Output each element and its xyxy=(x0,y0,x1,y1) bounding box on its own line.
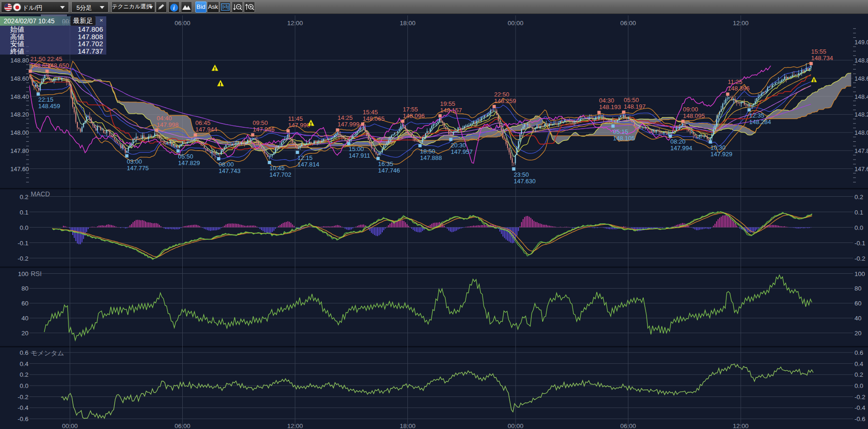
svg-text:0.2: 0.2 xyxy=(854,371,863,378)
svg-text:148.095: 148.095 xyxy=(683,112,705,119)
svg-text:148.8: 148.8 xyxy=(854,57,868,64)
svg-text:11:45: 11:45 xyxy=(288,115,303,122)
svg-text:0.1: 0.1 xyxy=(854,209,863,216)
svg-text:147.998: 147.998 xyxy=(157,121,179,128)
svg-text:148.734: 148.734 xyxy=(811,55,833,62)
svg-text:15:00: 15:00 xyxy=(349,145,364,152)
svg-text:06:00: 06:00 xyxy=(620,20,636,27)
svg-text:14:25: 14:25 xyxy=(338,114,353,121)
svg-text:06:45: 06:45 xyxy=(195,119,211,126)
svg-text:148.193: 148.193 xyxy=(599,104,621,111)
svg-text:147.630: 147.630 xyxy=(514,178,536,185)
svg-text:148.2: 148.2 xyxy=(854,111,868,118)
svg-text:12:35: 12:35 xyxy=(749,112,765,119)
svg-text:147.944: 147.944 xyxy=(195,126,217,133)
svg-text:19:55: 19:55 xyxy=(440,100,455,107)
svg-text:148.00: 148.00 xyxy=(10,129,29,136)
svg-text:05:50: 05:50 xyxy=(178,153,193,160)
svg-text:22:15: 22:15 xyxy=(38,96,54,103)
svg-text:04:30: 04:30 xyxy=(599,97,614,104)
svg-text:17:55: 17:55 xyxy=(403,106,418,113)
svg-text:148.259: 148.259 xyxy=(494,97,516,104)
svg-text:0.2: 0.2 xyxy=(854,194,863,201)
svg-text:00:00: 00:00 xyxy=(62,422,78,429)
svg-text:06:00: 06:00 xyxy=(620,422,636,429)
svg-text:23:50: 23:50 xyxy=(514,171,529,178)
svg-text:15:45: 15:45 xyxy=(363,109,378,116)
svg-text:147.999: 147.999 xyxy=(338,121,359,128)
svg-text:149.0: 149.0 xyxy=(854,39,868,46)
svg-text:15:55: 15:55 xyxy=(811,48,827,55)
svg-text:100: 100 xyxy=(18,270,28,277)
svg-text:40: 40 xyxy=(854,315,861,322)
svg-text:05:15: 05:15 xyxy=(613,128,628,135)
svg-text:147.775: 147.775 xyxy=(127,165,149,172)
svg-text:147.911: 147.911 xyxy=(349,152,370,159)
svg-text:148.396: 148.396 xyxy=(728,85,750,92)
svg-text:09:00: 09:00 xyxy=(683,106,698,113)
svg-text:12:00: 12:00 xyxy=(733,422,749,429)
svg-text:60: 60 xyxy=(21,300,28,307)
svg-text:06:00: 06:00 xyxy=(175,422,191,429)
svg-text:0.1: 0.1 xyxy=(20,209,28,216)
svg-text:147.888: 147.888 xyxy=(420,154,442,161)
svg-text:12:15: 12:15 xyxy=(297,154,313,161)
svg-text:148.157: 148.157 xyxy=(440,107,462,114)
svg-text:22:50: 22:50 xyxy=(494,91,510,98)
svg-text:148.6: 148.6 xyxy=(854,75,868,82)
svg-text:03:00: 03:00 xyxy=(127,158,142,165)
svg-text:09:50: 09:50 xyxy=(253,119,268,126)
svg-text:148.0: 148.0 xyxy=(854,129,868,136)
svg-text:147.80: 147.80 xyxy=(10,147,29,154)
svg-text:147.814: 147.814 xyxy=(297,161,319,168)
svg-text:RSI: RSI xyxy=(31,270,41,277)
svg-text:0.4: 0.4 xyxy=(854,360,863,367)
svg-text:147.6: 147.6 xyxy=(854,166,868,173)
svg-text:0.2: 0.2 xyxy=(20,371,28,378)
svg-text:10:30: 10:30 xyxy=(710,144,726,151)
svg-text:-0.2: -0.2 xyxy=(854,255,865,262)
svg-text:148.80: 148.80 xyxy=(10,57,29,64)
svg-text:モメンタム: モメンタム xyxy=(31,349,64,357)
svg-text:147.990: 147.990 xyxy=(288,122,310,129)
svg-text:05:50: 05:50 xyxy=(624,97,639,104)
svg-text:11:25: 11:25 xyxy=(728,78,743,85)
svg-text:21:50: 21:50 xyxy=(30,55,46,62)
svg-text:147.994: 147.994 xyxy=(670,145,692,152)
svg-text:148.065: 148.065 xyxy=(363,115,385,122)
svg-text:147.702: 147.702 xyxy=(269,171,291,178)
svg-text:100: 100 xyxy=(854,270,865,277)
svg-text:148.20: 148.20 xyxy=(10,111,29,118)
svg-text:08:00: 08:00 xyxy=(219,161,234,168)
svg-text:0.6: 0.6 xyxy=(854,349,863,356)
svg-text:-0.2: -0.2 xyxy=(854,394,865,401)
svg-text:20: 20 xyxy=(21,330,28,337)
svg-text:04:40: 04:40 xyxy=(157,115,172,122)
svg-text:20: 20 xyxy=(854,330,861,337)
svg-text:60: 60 xyxy=(854,300,861,307)
svg-text:147.829: 147.829 xyxy=(178,159,200,166)
svg-text:-0.4: -0.4 xyxy=(854,404,866,411)
svg-text:-0.6: -0.6 xyxy=(18,415,28,422)
svg-text:147.946: 147.946 xyxy=(253,126,275,133)
svg-text:-0.6: -0.6 xyxy=(854,415,865,422)
svg-text:147.8: 147.8 xyxy=(854,147,868,154)
svg-text:-0.2: -0.2 xyxy=(18,394,28,401)
svg-text:0.0: 0.0 xyxy=(854,224,863,231)
svg-text:10:45: 10:45 xyxy=(269,165,285,172)
svg-text:12:00: 12:00 xyxy=(733,20,749,27)
svg-text:0.4: 0.4 xyxy=(20,360,28,367)
svg-text:147.929: 147.929 xyxy=(710,151,732,158)
svg-text:148.197: 148.197 xyxy=(624,103,646,110)
svg-text:147.743: 147.743 xyxy=(219,167,241,174)
svg-text:147.746: 147.746 xyxy=(378,167,400,174)
svg-text:06:00: 06:00 xyxy=(175,20,191,27)
svg-text:18:00: 18:00 xyxy=(400,20,416,27)
svg-text:-0.2: -0.2 xyxy=(18,255,28,262)
svg-text:-0.1: -0.1 xyxy=(18,240,28,247)
svg-text:40: 40 xyxy=(21,315,28,322)
svg-text:-0.1: -0.1 xyxy=(854,240,865,247)
svg-text:20:30: 20:30 xyxy=(451,142,466,149)
svg-text:0.6: 0.6 xyxy=(20,349,28,356)
svg-text:MACD: MACD xyxy=(31,190,50,198)
